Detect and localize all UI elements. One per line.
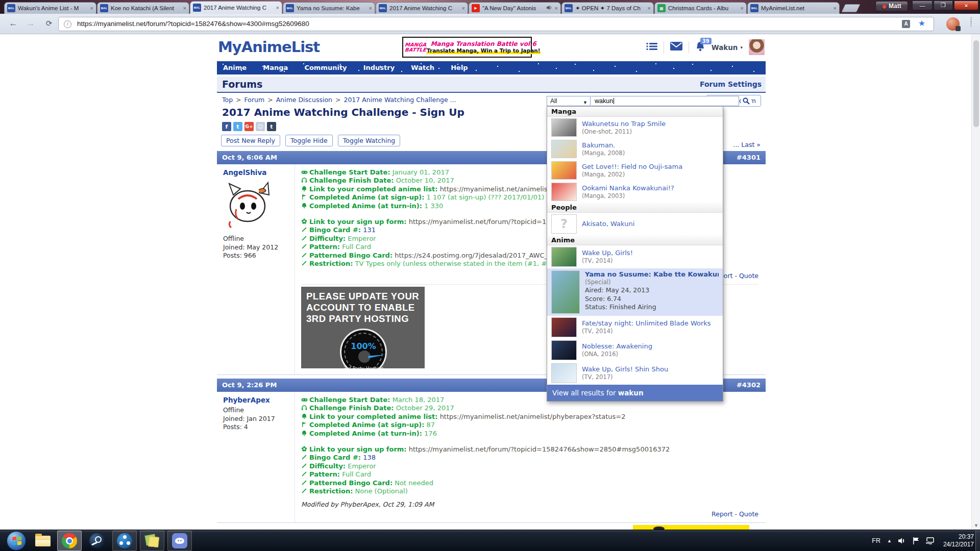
nav-item-industry[interactable]: Industry xyxy=(363,61,395,74)
search-category-select[interactable]: All ▼ xyxy=(547,96,591,106)
search-result-item[interactable]: Wakunetsu no Trap Smile(One-shot, 2011) xyxy=(547,117,723,138)
author-link[interactable]: PhyberApex xyxy=(223,396,290,404)
view-all-results-button[interactable]: View all results for wakun xyxy=(547,385,723,401)
twitter-share-icon[interactable]: t xyxy=(233,122,242,131)
toggle-watching-button[interactable]: Toggle Watching xyxy=(338,135,400,146)
search-result-item[interactable]: Ookami Nanka Kowakunai!?(Manga, 2003) xyxy=(547,181,723,203)
user-avatar[interactable] xyxy=(749,39,765,55)
breadcrumb-top[interactable]: Top xyxy=(222,96,233,104)
browser-tab[interactable]: MALYama no Susume: Kabe× xyxy=(283,2,375,14)
close-tab-icon[interactable]: × xyxy=(90,5,93,11)
report-link[interactable]: Report xyxy=(712,510,732,518)
reddit-share-icon[interactable]: ☺ xyxy=(256,122,265,131)
action-center-flag-icon[interactable] xyxy=(913,537,919,544)
quote-link[interactable]: Quote xyxy=(739,510,758,518)
search-result-item[interactable]: Yama no Susume: Kabe tte Kowakunai no?(S… xyxy=(547,268,723,316)
minimize-button[interactable]: — xyxy=(912,1,933,10)
search-result-item[interactable]: ?Akisato, Wakuni xyxy=(547,213,723,235)
pagination[interactable]: ... Last » xyxy=(733,141,761,148)
taskbar-blue-dots-app-icon[interactable] xyxy=(112,531,137,551)
nav-item-watch[interactable]: Watch xyxy=(411,61,434,74)
list-icon[interactable] xyxy=(646,42,657,53)
googleplus-share-icon[interactable]: G+ xyxy=(244,122,254,131)
nav-item-manga[interactable]: Manga xyxy=(263,61,288,74)
url-text[interactable]: https://myanimelist.net/forum/?topicid=1… xyxy=(77,17,309,31)
browser-tab[interactable]: MALWakun's Anime List - M× xyxy=(4,2,96,14)
mal-logo[interactable]: MyAnimeList xyxy=(218,38,320,56)
forward-button[interactable]: → xyxy=(23,17,38,31)
search-result-item[interactable]: Bakuman.(Manga, 2008) xyxy=(547,138,723,160)
browser-tab[interactable]: MAL✦ OPEN ✦ 7 Days of Ch× xyxy=(561,2,654,14)
search-input[interactable]: wakun xyxy=(591,96,739,106)
bookmark-star-icon[interactable]: ★ xyxy=(918,18,925,28)
quote-link[interactable]: Quote xyxy=(739,272,758,280)
address-bar[interactable]: i https://myanimelist.net/forum/?topicid… xyxy=(58,17,934,31)
breadcrumb-forum[interactable]: Forum xyxy=(244,96,265,104)
detail-value[interactable]: 131 xyxy=(361,226,376,234)
scrollbar-down-arrow[interactable]: ▼ xyxy=(972,521,980,530)
close-tab-icon[interactable]: × xyxy=(462,5,465,11)
detail-value[interactable]: 138 xyxy=(361,454,376,461)
browser-avatar-icon[interactable] xyxy=(946,17,960,31)
forum-settings-link[interactable]: Forum Settings xyxy=(700,80,762,88)
close-tab-icon[interactable]: × xyxy=(276,5,279,11)
browser-tab[interactable]: MALMyAnimeList.net× xyxy=(747,2,840,14)
close-tab-icon[interactable]: × xyxy=(648,5,651,11)
search-result-item[interactable]: Noblesse: Awakening(ONA, 2016) xyxy=(547,339,723,362)
tumblr-share-icon[interactable]: t xyxy=(267,122,276,131)
back-button[interactable]: ← xyxy=(6,17,20,31)
detail-value[interactable]: https://myanimelist.net/animelist/phyber… xyxy=(438,413,626,420)
page-scrollbar[interactable]: ▼ xyxy=(971,34,980,530)
post-timestamp[interactable]: Oct 9, 2:26 PM xyxy=(222,379,277,392)
facebook-share-icon[interactable]: f xyxy=(222,122,231,131)
close-tab-icon[interactable]: × xyxy=(369,5,372,11)
notifications-bell-icon[interactable]: 39 xyxy=(695,41,705,54)
reload-button[interactable]: ⟳ xyxy=(42,17,56,31)
close-tab-icon[interactable]: × xyxy=(183,5,186,11)
user-menu[interactable]: Wakun ▾ xyxy=(712,43,743,52)
search-result-item[interactable]: Wake Up, Girls! Shin Shou(TV, 2017) xyxy=(547,362,723,385)
taskbar-steam-icon[interactable] xyxy=(85,531,109,551)
browser-menu-icon[interactable]: ⋮⋮ xyxy=(968,18,973,26)
translate-icon[interactable]: A xyxy=(902,20,910,28)
close-tab-icon[interactable]: × xyxy=(834,5,837,11)
nav-item-anime[interactable]: Anime xyxy=(223,61,247,74)
scrollbar-thumb[interactable] xyxy=(973,40,979,127)
new-tab-button[interactable] xyxy=(841,4,860,12)
page-info-icon[interactable]: i xyxy=(64,20,71,28)
post-number[interactable]: #4301 xyxy=(737,151,761,164)
breadcrumb-current[interactable]: 2017 Anime Watching Challenge ... xyxy=(344,96,456,104)
nav-item-help[interactable]: Help xyxy=(451,61,468,74)
post-number[interactable]: #4302 xyxy=(737,379,761,392)
tray-expand-icon[interactable]: ▲ xyxy=(887,538,892,543)
browser-tab[interactable]: ▶"A New Day" Astonis× xyxy=(469,2,561,14)
taskbar-explorer-icon[interactable] xyxy=(31,531,55,551)
messages-icon[interactable] xyxy=(670,42,682,53)
taskbar-clock[interactable]: 20:37 24/12/2017 xyxy=(943,533,974,548)
header-ad-banner[interactable]: MANGA BATTLE Manga Translation Battle vo… xyxy=(402,37,532,58)
maximize-button[interactable]: ❒ xyxy=(934,1,953,10)
search-result-item[interactable]: Get Love!!: Field no Ouji-sama(Manga, 20… xyxy=(547,160,723,181)
tab-audio-icon[interactable] xyxy=(546,4,553,13)
browser-profile-button[interactable]: ◉ Matt xyxy=(875,1,908,11)
detail-value[interactable]: https://myanimelist.net/forum/?topicid=1… xyxy=(407,445,670,453)
author-link[interactable]: AngelShiva xyxy=(223,168,290,177)
network-icon[interactable] xyxy=(926,537,935,544)
taskbar-sticky-notes-icon[interactable] xyxy=(140,531,164,551)
search-result-item[interactable]: Fate/stay night: Unlimited Blade Works(T… xyxy=(547,316,723,339)
volume-icon[interactable] xyxy=(898,537,906,544)
close-tab-icon[interactable]: × xyxy=(741,5,744,11)
post-timestamp[interactable]: Oct 9, 6:06 AM xyxy=(222,151,277,164)
language-indicator[interactable]: FR xyxy=(872,537,880,544)
taskbar-chrome-icon[interactable] xyxy=(57,531,82,551)
bottom-ad-banner[interactable] xyxy=(633,525,749,530)
show-desktop-button[interactable] xyxy=(975,530,980,551)
post-new-reply-button[interactable]: Post New Reply xyxy=(221,135,280,146)
browser-tab[interactable]: MAL2017 Anime Watching C× xyxy=(376,2,468,14)
close-tab-icon[interactable]: × xyxy=(555,5,558,11)
close-button[interactable]: × xyxy=(954,1,978,10)
search-submit-button[interactable] xyxy=(741,96,751,106)
start-button[interactable] xyxy=(4,531,29,551)
author-avatar[interactable] xyxy=(223,180,274,230)
nav-item-community[interactable]: Community xyxy=(304,61,347,74)
